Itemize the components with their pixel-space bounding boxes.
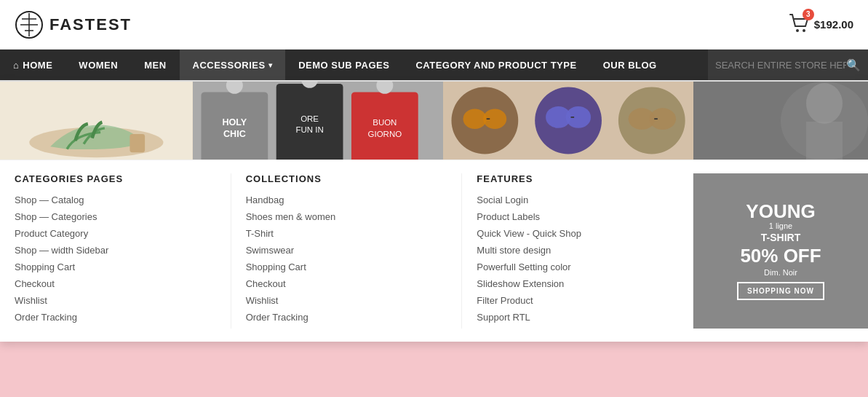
nav-demo-label: DEMO SUB PAGES xyxy=(298,60,389,71)
promo-line2: Dim. Noir xyxy=(737,267,824,278)
feat-link-5[interactable]: Slideshow Extension xyxy=(477,278,678,289)
logo-text: FASTEST xyxy=(49,15,132,34)
cat-link-3[interactable]: Shop — width Sidebar xyxy=(15,245,216,256)
feat-link-7[interactable]: Support RTL xyxy=(477,312,678,323)
coll-link-3[interactable]: Swimswear xyxy=(246,245,447,256)
categories-title: CATEGORIES PAGES xyxy=(15,173,216,184)
fashion-svg: HOLY CHIC ORE FUN IN BUON GIORNO xyxy=(193,82,443,160)
fashion-image: HOLY CHIC ORE FUN IN BUON GIORNO xyxy=(193,82,443,160)
nav-men-label: MEN xyxy=(144,60,166,71)
svg-text:GIORNO: GIORNO xyxy=(367,130,402,138)
nav-item-home[interactable]: ⌂ HOME xyxy=(0,50,65,80)
promo-bg-svg xyxy=(693,82,868,160)
cat-link-7[interactable]: Order Tracking xyxy=(15,312,216,323)
cart-badge: 3 xyxy=(803,9,814,20)
svg-point-30 xyxy=(565,106,590,128)
shoes-image xyxy=(0,82,193,160)
svg-point-25 xyxy=(463,109,486,129)
nav-item-category[interactable]: CATEGORY AND PRODUCT TYPE xyxy=(402,50,589,80)
cat-link-0[interactable]: Shop — Catalog xyxy=(15,194,216,205)
feat-link-1[interactable]: Product Labels xyxy=(477,211,678,222)
feat-link-4[interactable]: Powerfull Setting color xyxy=(477,262,678,272)
dropdown-col-features: FEATURES Social Login Product Labels Qui… xyxy=(462,173,693,329)
feat-link-6[interactable]: Filter Product xyxy=(477,295,678,306)
logo-icon xyxy=(15,10,44,39)
promo-tshirt: T-SHIRT xyxy=(737,231,824,244)
nav-item-demo-sub[interactable]: DEMO SUB PAGES xyxy=(285,50,402,80)
sunglasses-image xyxy=(443,82,693,160)
sunglasses-svg xyxy=(443,82,693,160)
shoes-svg xyxy=(0,82,193,160)
svg-rect-9 xyxy=(130,134,145,152)
promo-panel-content: YOUNG 1 ligne T-SHIRT 50% OFF Dim. Noir … xyxy=(693,173,868,329)
cat-link-5[interactable]: Checkout xyxy=(15,278,216,289)
nav-item-accessories[interactable]: ACCESSORIES xyxy=(180,50,286,80)
nav-home-label: HOME xyxy=(23,60,52,71)
dropdown-col-categories: CATEGORIES PAGES Shop — Catalog Shop — C… xyxy=(0,173,231,329)
coll-link-0[interactable]: Handbag xyxy=(246,194,447,205)
svg-point-34 xyxy=(649,108,676,130)
coll-link-5[interactable]: Checkout xyxy=(246,278,447,289)
promo-content: YOUNG 1 ligne T-SHIRT 50% OFF Dim. Noir … xyxy=(730,194,832,307)
cart-icon-wrap: 3 xyxy=(788,13,810,36)
svg-rect-39 xyxy=(806,122,843,160)
svg-text:HOLY: HOLY xyxy=(222,117,247,127)
coll-link-1[interactable]: Shoes men & women xyxy=(246,211,447,222)
coll-link-4[interactable]: Shopping Cart xyxy=(246,262,447,272)
svg-text:BUON: BUON xyxy=(373,118,397,127)
cat-link-2[interactable]: Product Category xyxy=(15,228,216,239)
nav-blog-label: OUR BLOG xyxy=(603,60,657,71)
cart-price: $192.00 xyxy=(814,18,853,31)
search-button[interactable]: 🔍 xyxy=(846,58,861,72)
dropdown-content: CATEGORIES PAGES Shop — Catalog Shop — C… xyxy=(0,160,868,342)
nav-search-area: 🔍 xyxy=(708,50,868,80)
header: FASTEST 3 $192.00 xyxy=(0,0,868,50)
nav-item-women[interactable]: WOMEN xyxy=(65,50,131,80)
svg-text:CHIC: CHIC xyxy=(223,129,246,139)
nav-accessories-label: ACCESSORIES xyxy=(193,60,266,71)
cat-link-6[interactable]: Wishlist xyxy=(15,295,216,306)
header-right: 3 $192.00 xyxy=(788,13,853,36)
features-title: FEATURES xyxy=(477,173,678,184)
promo-young: YOUNG xyxy=(737,202,824,221)
home-icon: ⌂ xyxy=(13,60,19,71)
feat-link-2[interactable]: Quick View - Quick Shop xyxy=(477,228,678,239)
logo[interactable]: FASTEST xyxy=(15,10,132,39)
coll-link-6[interactable]: Wishlist xyxy=(246,295,447,306)
cat-link-4[interactable]: Shopping Cart xyxy=(15,262,216,272)
promo-line1: 1 ligne xyxy=(737,221,824,231)
svg-point-6 xyxy=(803,29,805,32)
promo-image-panel xyxy=(693,82,868,160)
dropdown-images-row: HOLY CHIC ORE FUN IN BUON GIORNO xyxy=(0,82,868,160)
nav-item-men[interactable]: MEN xyxy=(131,50,179,80)
coll-link-2[interactable]: T-Shirt xyxy=(246,228,447,239)
nav-category-label: CATEGORY AND PRODUCT TYPE xyxy=(415,60,576,71)
svg-point-38 xyxy=(806,83,843,124)
mega-dropdown: HOLY CHIC ORE FUN IN BUON GIORNO xyxy=(0,80,868,342)
main-nav: ⌂ HOME WOMEN MEN ACCESSORIES DEMO SUB PA… xyxy=(0,50,868,80)
nav-item-blog[interactable]: OUR BLOG xyxy=(590,50,670,80)
collections-title: COLLECTIONS xyxy=(246,173,447,184)
dropdown-col-collections: COLLECTIONS Handbag Shoes men & women T-… xyxy=(231,173,463,329)
promo-shop-button[interactable]: SHOPPING NOW xyxy=(737,282,824,300)
cart-area[interactable]: 3 $192.00 xyxy=(788,13,853,36)
feat-link-3[interactable]: Multi store design xyxy=(477,245,678,256)
coll-link-7[interactable]: Order Tracking xyxy=(246,312,447,323)
cat-link-1[interactable]: Shop — Categories xyxy=(15,211,216,222)
search-input[interactable] xyxy=(715,60,846,71)
svg-text:ORE: ORE xyxy=(300,114,319,123)
svg-point-5 xyxy=(796,29,799,32)
feat-link-0[interactable]: Social Login xyxy=(477,194,678,205)
svg-text:FUN IN: FUN IN xyxy=(295,125,323,134)
promo-percent: 50% OFF xyxy=(737,245,824,267)
nav-women-label: WOMEN xyxy=(79,60,118,71)
